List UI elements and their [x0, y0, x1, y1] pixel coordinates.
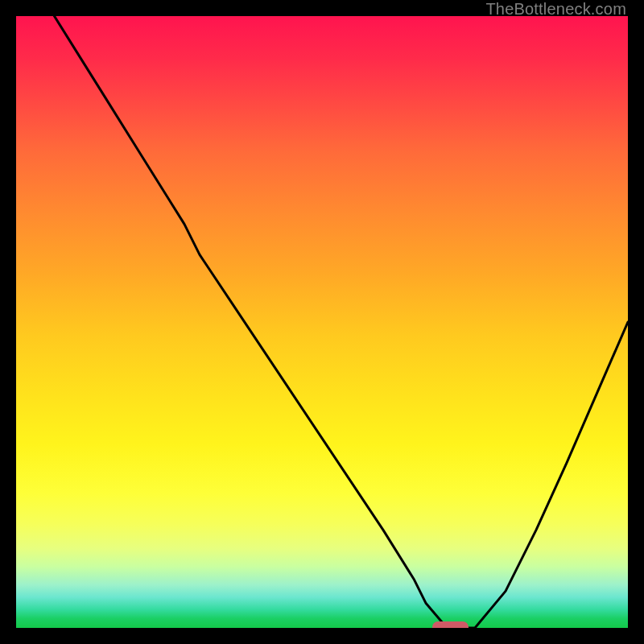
optimum-marker — [432, 621, 469, 628]
chart-frame: TheBottleneck.com — [0, 0, 644, 644]
curve-path — [16, 16, 628, 628]
plot-area — [16, 16, 628, 628]
bottleneck-curve — [16, 16, 628, 628]
